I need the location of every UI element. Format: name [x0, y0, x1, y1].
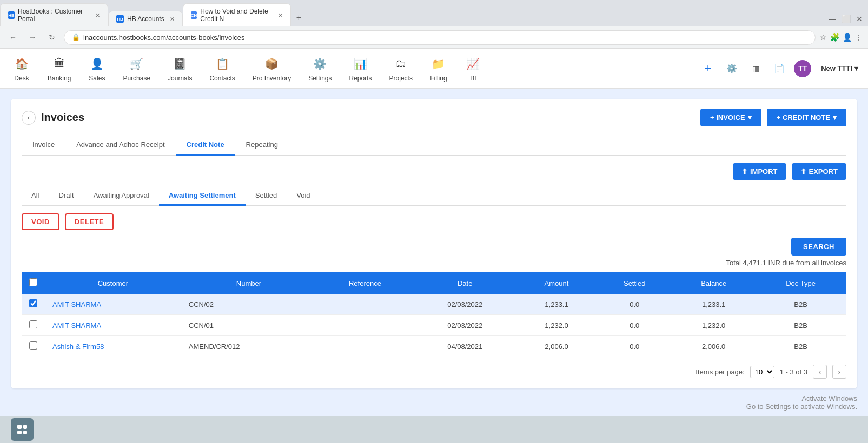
items-per-page-label: Items per page: — [695, 368, 744, 376]
row3-checkbox-cell[interactable] — [22, 336, 45, 357]
credit-note-button[interactable]: + CREDIT NOTE ▾ — [767, 109, 846, 126]
row1-customer[interactable]: AMIT SHARMA — [45, 294, 181, 315]
profile-icon[interactable]: 👤 — [843, 33, 852, 42]
nav-item-contacts[interactable]: 📋 Contacts — [202, 51, 242, 86]
forward-nav-button[interactable]: → — [25, 30, 40, 45]
filter-void[interactable]: Void — [287, 186, 320, 206]
nav-item-desk[interactable]: 🏠 Desk — [5, 51, 38, 86]
user-avatar[interactable]: TT — [794, 60, 811, 77]
extensions-icon[interactable]: 🧩 — [830, 33, 839, 42]
grid-cell-4 — [23, 431, 28, 435]
col-checkbox[interactable] — [22, 272, 45, 294]
menu-icon[interactable]: ⋮ — [855, 33, 863, 42]
nav-item-projects[interactable]: 🗂 Projects — [382, 51, 420, 86]
nav-right: + ⚙️ ▦ 📄 TT New TTTI ▾ — [699, 59, 863, 78]
filter-settled[interactable]: Settled — [246, 186, 287, 206]
pagination-prev-button[interactable]: ‹ — [813, 365, 827, 379]
invoice-button-label: + INVOICE — [710, 113, 745, 122]
invoice-button[interactable]: + INVOICE ▾ — [700, 109, 761, 126]
page-title-row: ‹ Invoices — [22, 111, 84, 125]
nav-item-sales[interactable]: 👤 Sales — [81, 51, 113, 86]
row2-customer[interactable]: AMIT SHARMA — [45, 315, 181, 336]
nav-banking-label: Banking — [48, 75, 71, 82]
row2-date: 02/03/2022 — [414, 315, 516, 336]
nav-item-filling[interactable]: 📁 Filling — [422, 51, 455, 86]
select-all-checkbox[interactable] — [29, 278, 37, 286]
content-card: ‹ Invoices + INVOICE ▾ + CREDIT NOTE ▾ I… — [11, 99, 857, 388]
settings-icon: ⚙️ — [312, 55, 329, 72]
grid-icon[interactable]: ▦ — [746, 59, 765, 78]
bookmark-icon[interactable]: ☆ — [820, 33, 827, 42]
tab-advance[interactable]: Advance and Adhoc Receipt — [65, 135, 175, 156]
pro-inventory-icon: 📦 — [263, 55, 280, 72]
minimize-icon[interactable]: — — [829, 15, 836, 23]
close-icon[interactable]: ✕ — [856, 15, 863, 23]
search-button[interactable]: SEARCH — [791, 238, 846, 256]
filter-tab-nav: All Draft Awaiting Approval Awaiting Set… — [22, 186, 846, 206]
apps-grid-button[interactable] — [11, 418, 34, 441]
delete-button[interactable]: DELETE — [65, 213, 114, 230]
row1-number: CCN/02 — [181, 294, 316, 315]
tab1-close[interactable]: ✕ — [95, 12, 100, 19]
nav-item-journals[interactable]: 📓 Journals — [160, 51, 200, 86]
row2-number: CCN/01 — [181, 315, 316, 336]
tab-invoice[interactable]: Invoice — [22, 135, 65, 156]
row2-checkbox[interactable] — [29, 320, 37, 328]
filter-awaiting-settlement[interactable]: Awaiting Settlement — [159, 186, 246, 206]
document-icon[interactable]: 📄 — [770, 59, 789, 78]
nav-item-pro-inventory[interactable]: 📦 Pro Inventory — [245, 51, 299, 86]
row2-amount: 1,232.0 — [516, 315, 597, 336]
tab-3[interactable]: CN How to Void and Delete Credit N ✕ — [183, 3, 291, 26]
nav-item-bi[interactable]: 📈 BI — [457, 51, 489, 86]
add-button[interactable]: + — [699, 59, 717, 78]
refresh-button[interactable]: ↻ — [44, 30, 59, 45]
void-button[interactable]: VOID — [22, 213, 59, 230]
row1-checkbox-cell[interactable] — [22, 294, 45, 315]
table-row: AMIT SHARMA CCN/01 02/03/2022 1,232.0 0.… — [22, 315, 846, 336]
col-date: Date — [414, 272, 516, 294]
row3-customer[interactable]: Ashish & Firm58 — [45, 336, 181, 357]
filter-all[interactable]: All — [22, 186, 49, 206]
nav-item-purchase[interactable]: 🛒 Purchase — [115, 51, 158, 86]
tab-credit-note[interactable]: Credit Note — [176, 135, 235, 156]
nav-item-settings[interactable]: ⚙️ Settings — [301, 51, 339, 86]
pagination-row: Items per page: 10 25 50 1 - 3 of 3 ‹ › — [22, 365, 846, 379]
row2-checkbox-cell[interactable] — [22, 315, 45, 336]
nav-item-reports[interactable]: 📊 Reports — [342, 51, 380, 86]
tab2-icon: HB — [116, 15, 124, 23]
new-ttti-button[interactable]: New TTTI ▾ — [817, 62, 863, 75]
tab-2[interactable]: HB HB Accounts ✕ — [108, 11, 183, 26]
col-customer: Customer — [45, 272, 181, 294]
new-tab-button[interactable]: + — [291, 9, 307, 26]
gear-icon[interactable]: ⚙️ — [723, 59, 741, 78]
row3-balance: 2,006.0 — [672, 336, 755, 357]
nav-item-banking[interactable]: 🏛 Banking — [40, 51, 78, 86]
filter-awaiting-approval[interactable]: Awaiting Approval — [84, 186, 159, 206]
back-button[interactable]: ‹ — [22, 111, 36, 125]
items-per-page-select[interactable]: 10 25 50 — [750, 366, 774, 378]
row1-checkbox[interactable] — [29, 299, 37, 307]
back-nav-button[interactable]: ← — [5, 30, 21, 45]
total-info: Total 4,471.1 INR due from all invoices — [22, 259, 846, 267]
total-text: Total 4,471.1 INR due from all invoices — [726, 259, 846, 267]
tab-1[interactable]: HB HostBooks : Customer Portal ✕ — [0, 3, 108, 26]
tab-repeating[interactable]: Repeating — [235, 135, 289, 156]
export-button[interactable]: ⬆ EXPORT — [792, 163, 846, 180]
url-bar[interactable]: 🔒 inaccounts.hostbooks.com/accounts-book… — [64, 30, 816, 45]
row2-settled: 0.0 — [597, 315, 672, 336]
tab2-close[interactable]: ✕ — [170, 16, 175, 23]
pagination-next-button[interactable]: › — [832, 365, 846, 379]
import-label: IMPORT — [750, 167, 778, 176]
tab1-icon: HB — [8, 11, 15, 19]
credit-note-dropdown-icon: ▾ — [833, 113, 837, 122]
grid-button-icon — [17, 425, 27, 434]
row3-checkbox[interactable] — [29, 341, 37, 350]
filling-icon: 📁 — [430, 55, 447, 72]
url-text: inaccounts.hostbooks.com/accounts-books/… — [83, 33, 244, 42]
filter-draft[interactable]: Draft — [49, 186, 83, 206]
browser-chrome: HB HostBooks : Customer Portal ✕ HB HB A… — [0, 0, 868, 49]
restore-icon[interactable]: ⬜ — [842, 15, 851, 23]
nav-reports-label: Reports — [349, 75, 372, 82]
tab3-close[interactable]: ✕ — [278, 12, 283, 19]
import-button[interactable]: ⬆ IMPORT — [733, 163, 786, 180]
